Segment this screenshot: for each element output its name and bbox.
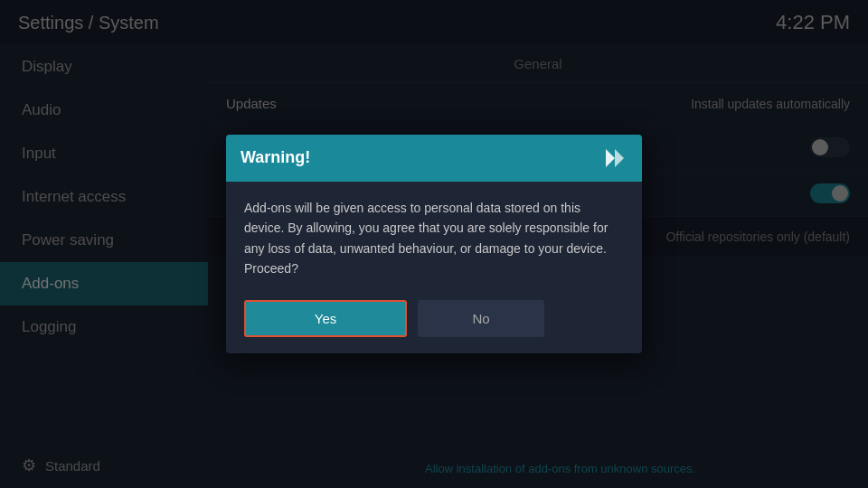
svg-marker-1: [615, 149, 624, 167]
dialog-overlay: Warning! Add-ons will be given access to…: [0, 0, 868, 488]
dialog-title: Warning!: [241, 148, 310, 167]
kodi-logo-icon: [602, 145, 627, 171]
svg-marker-0: [606, 149, 615, 167]
dialog-body: Add-ons will be given access to personal…: [226, 182, 642, 292]
no-button[interactable]: No: [418, 300, 544, 337]
yes-button[interactable]: Yes: [244, 300, 407, 337]
dialog-buttons: Yes No: [226, 291, 642, 353]
warning-dialog: Warning! Add-ons will be given access to…: [226, 135, 642, 354]
dialog-header: Warning!: [226, 135, 642, 182]
kodi-logo: [602, 145, 627, 171]
